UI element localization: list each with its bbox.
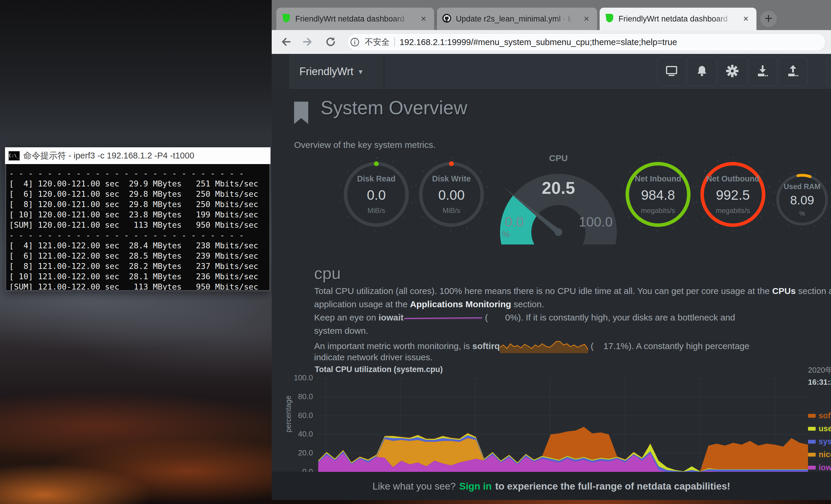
terminal-line: - - - - - - - - - - - - - - - - - - - - … [9,168,269,178]
gauge-max: 100.0 [579,214,613,230]
legend-swatch [808,427,816,431]
sign-in-link[interactable]: Sign in [459,481,491,492]
text-span: ( 17.1%). A constantly high percentage [588,341,749,351]
terminal-window[interactable]: C:\_ 命令提示符 - iperf3 -c 192.168.1.2 -P4 -… [5,147,270,291]
alarms-bell-button[interactable] [687,57,716,86]
export-upload-icon [786,64,800,79]
gauge-net-outbound[interactable]: Net Outbound992.5megabits/s [694,155,772,233]
text-span: iowait [379,313,404,322]
page-subtitle: Overview of the key system metrics. [294,140,435,150]
terminal-line: [ 6] 121.00-122.00 sec 28.5 MBytes 239 M… [9,251,269,261]
terminal-line: [ 8] 120.00-121.00 sec 29.8 MBytes 250 M… [9,199,269,209]
description-line: application usage at the Applications Mo… [314,299,831,313]
gauge-disk-write[interactable]: Disk Write0.00MiB/s [412,155,490,233]
gauge-unit: MiB/s [368,207,385,215]
iowait-sparkline[interactable] [404,313,483,323]
section-heading-cpu: cpu [314,264,341,283]
gauge-overlay: Net Inbound984.8megabits/s [619,155,697,233]
browser-tab[interactable]: FriendlyWrt netdata dashboard× [600,8,756,30]
y-axis-tick: 60.0 [284,411,313,420]
gauge-unit: megabits/s [641,207,675,215]
export-upload-button[interactable] [778,57,807,86]
netdata-favicon-icon [604,13,614,25]
softirq-sparkline[interactable] [500,339,588,355]
text-span: section. [511,299,544,309]
browser-tab[interactable]: FriendlyWrt netdata dashboard× [277,8,434,30]
gauge-value: 8.09 [790,193,814,207]
gauge-used-ram[interactable]: Used RAM8.09% [771,169,831,231]
text-span: An important metric worth monitoring, is [314,341,472,351]
inline-link[interactable]: CPUs [772,286,796,296]
legend-label: user [819,424,831,433]
y-axis-tick: 80.0 [284,392,313,401]
browser-tab[interactable]: Update r2s_lean_minimal.yml · k× [437,8,597,30]
display-button[interactable] [657,57,686,86]
display-icon [664,64,679,79]
tab-strip: FriendlyWrt netdata dashboard×Update r2s… [272,0,831,30]
gauge-disk-read[interactable]: Disk Read0.0MiB/s [337,155,415,233]
gauge-unit: % [799,210,805,217]
banner-text-suffix: to experience the full-range of netdata … [495,481,730,492]
netdata-page: FriendlyWrt ▾ System Overview Overview o… [272,54,831,500]
address-bar[interactable]: 不安全 192.168.2.1:19999/#menu_system_subme… [347,33,826,51]
chart-legend: 2020年3 16:31:2 softirqusersystemniceiowa… [808,365,831,474]
github-favicon-icon [442,13,452,25]
terminal-output: - - - - - - - - - - - - - - - - - - - - … [5,164,270,291]
terminal-titlebar[interactable]: C:\_ 命令提示符 - iperf3 -c 192.168.1.2 -P4 -… [5,147,270,164]
gauge-min: 0.0 [505,214,524,230]
legend-label: softirq [819,411,831,420]
navbar-divider [384,54,384,89]
navbar-edge [272,54,289,89]
gauge-cpu[interactable]: CPU20.50.0100.0% [496,153,620,244]
clipped-button[interactable] [827,57,831,86]
gauge-label: Disk Read [357,174,396,183]
legend-swatch [808,414,816,418]
tab-separator [435,12,436,25]
gauge-value: 20.5 [496,178,620,198]
reload-button[interactable] [322,34,339,50]
tab-title: FriendlyWrt netdata dashboard [295,14,413,24]
alarms-bell-icon [695,64,709,79]
text-span: Keep an eye on [314,313,379,322]
back-button[interactable] [277,34,293,50]
gauge-net-inbound[interactable]: Net Inbound984.8megabits/s [619,155,697,233]
description-line: system down. [314,326,831,339]
terminal-line: [ 6] 120.00-121.00 sec 29.8 MBytes 250 M… [9,189,269,199]
settings-gear-button[interactable] [718,57,747,86]
description-line: Keep an eye on iowait ( 0%). If it is co… [314,313,831,326]
inline-link[interactable]: Applications Monitoring [410,299,511,309]
tab-close-icon[interactable]: × [418,13,429,25]
chart-date: 2020年3 [808,365,831,375]
chart-title: Total CPU utilization (system.cpu) [315,365,443,374]
host-dropdown[interactable]: FriendlyWrt ▾ [299,54,363,89]
import-download-button[interactable] [748,57,777,86]
signin-banner: Like what you see? Sign in to experience… [272,472,831,500]
terminal-line: [ 4] 120.00-121.00 sec 29.9 MBytes 251 M… [9,178,269,189]
text-span: indicate network driver issues. [314,352,433,362]
gauge-value: 984.8 [641,187,675,203]
text-span: application usage at the [314,299,410,309]
chevron-down-icon: ▾ [359,67,363,76]
tab-close-icon[interactable]: × [580,13,592,25]
cpu-utilization-chart[interactable] [318,378,808,472]
info-icon[interactable] [347,34,363,50]
browser-window: FriendlyWrt netdata dashboard×Update r2s… [272,0,831,500]
legend-item-system: system [808,435,831,448]
text-span: Total CPU utilization (all cores). 100% … [314,286,772,296]
tab-title: Update r2s_lean_minimal.yml · k [456,14,576,24]
forward-button[interactable] [300,34,316,50]
legend-label: iowait [819,463,831,472]
y-axis-tick: 100.0 [284,373,313,382]
tab-close-icon[interactable]: × [740,13,752,25]
terminal-line: [ 10] 121.00-122.00 sec 28.1 MBytes 236 … [9,271,269,281]
gauge-label: Net Inbound [635,174,681,183]
new-tab-button[interactable]: + [760,10,777,27]
legend-swatch [808,453,816,456]
y-axis-tick: 20.0 [284,448,313,457]
browser-toolbar: 不安全 192.168.2.1:19999/#menu_system_subme… [272,30,831,54]
banner-text-prefix: Like what you see? [372,481,456,492]
omnibox-divider [394,37,395,47]
host-name: FriendlyWrt [299,65,353,78]
gauge-overlay: Disk Read0.0MiB/s [337,155,415,233]
legend-item-nice: nice [808,448,831,461]
